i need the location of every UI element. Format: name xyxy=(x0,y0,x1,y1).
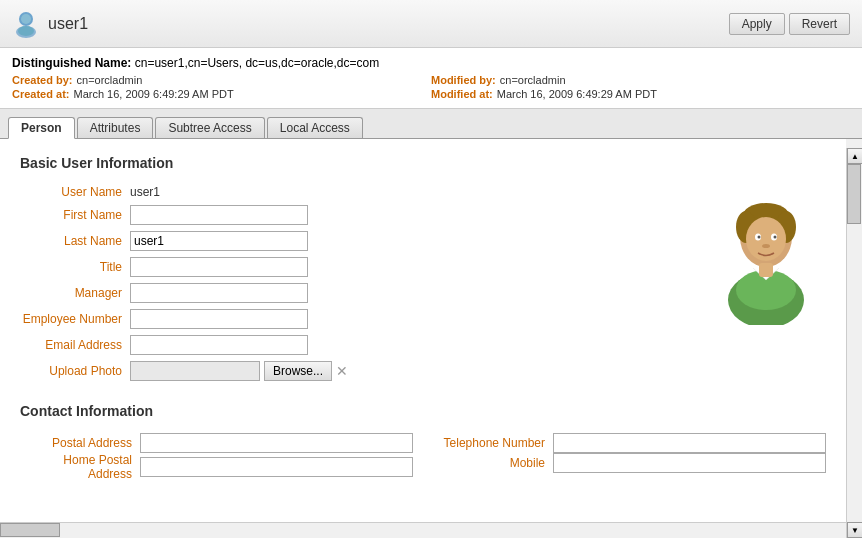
firstname-input[interactable] xyxy=(130,205,308,225)
info-section: Distinguished Name: cn=user1,cn=Users, d… xyxy=(0,48,862,109)
created-by: Created by: cn=orcladmin xyxy=(12,74,431,86)
dn-label: Distinguished Name: xyxy=(12,56,131,70)
svg-point-3 xyxy=(18,26,34,36)
contact-left: Postal Address Home Postal Address xyxy=(20,433,413,481)
tabs-bar: Person Attributes Subtree Access Local A… xyxy=(0,109,862,139)
email-input[interactable] xyxy=(130,335,308,355)
created-at-label: Created at: xyxy=(12,88,69,100)
mobile-row: Mobile xyxy=(433,453,826,473)
tab-attributes[interactable]: Attributes xyxy=(77,117,154,138)
modified-by-value: cn=orcladmin xyxy=(500,74,566,86)
header-left: user1 xyxy=(12,10,88,38)
telephone-row: Telephone Number xyxy=(433,433,826,453)
created-by-value: cn=orcladmin xyxy=(77,74,143,86)
created-at: Created at: March 16, 2009 6:49:29 AM PD… xyxy=(12,88,431,100)
scroll-down-arrow[interactable]: ▼ xyxy=(847,522,862,538)
svg-rect-16 xyxy=(759,263,773,277)
header: user1 Apply Revert xyxy=(0,0,862,48)
manager-input[interactable] xyxy=(130,283,308,303)
form-area: User Name user1 First Name Last Name xyxy=(20,185,826,387)
firstname-label: First Name xyxy=(20,208,130,222)
upload-field xyxy=(130,361,260,381)
employee-number-label: Employee Number xyxy=(20,312,130,326)
contact-title: Contact Information xyxy=(20,403,826,419)
scroll-up-arrow[interactable]: ▲ xyxy=(847,148,862,164)
main-content: Basic User Information User Name user1 F… xyxy=(0,139,846,529)
home-postal-label: Home Postal Address xyxy=(20,453,140,481)
form-row-manager: Manager xyxy=(20,283,686,303)
title-input[interactable] xyxy=(130,257,308,277)
contact-form: Postal Address Home Postal Address Telep… xyxy=(20,433,826,481)
lastname-label: Last Name xyxy=(20,234,130,248)
modified-at-value: March 16, 2009 6:49:29 AM PDT xyxy=(497,88,657,100)
dn-value: cn=user1,cn=Users, dc=us,dc=oracle,dc=co… xyxy=(135,56,379,70)
created-at-value: March 16, 2009 6:49:29 AM PDT xyxy=(73,88,233,100)
page-wrapper: user1 Apply Revert Distinguished Name: c… xyxy=(0,0,862,538)
content-inner: Basic User Information User Name user1 F… xyxy=(0,139,846,493)
username-label: User Name xyxy=(20,185,130,199)
horizontal-scroll-thumb[interactable] xyxy=(0,523,60,537)
avatar-icon xyxy=(711,195,821,325)
created-by-label: Created by: xyxy=(12,74,73,86)
contact-section: Contact Information Postal Address Home … xyxy=(20,403,826,481)
postal-address-label: Postal Address xyxy=(20,436,140,450)
upload-row: Browse... ✕ xyxy=(130,361,348,381)
username-value: user1 xyxy=(130,185,160,199)
right-scrollbar[interactable]: ▲ ▼ xyxy=(846,148,862,538)
title-label: Title xyxy=(20,260,130,274)
form-row-upload-photo: Upload Photo Browse... ✕ xyxy=(20,361,686,381)
form-row-email: Email Address xyxy=(20,335,686,355)
lastname-input[interactable] xyxy=(130,231,308,251)
tab-person[interactable]: Person xyxy=(8,117,75,139)
page-title: user1 xyxy=(48,15,88,33)
basic-info-title: Basic User Information xyxy=(20,155,826,171)
avatar-area xyxy=(706,185,826,387)
svg-point-12 xyxy=(774,236,777,239)
modified-by-label: Modified by: xyxy=(431,74,496,86)
form-row-lastname: Last Name xyxy=(20,231,686,251)
apply-button[interactable]: Apply xyxy=(729,13,785,35)
user-header-icon xyxy=(12,10,40,38)
modified-at: Modified at: March 16, 2009 6:49:29 AM P… xyxy=(431,88,850,100)
svg-point-2 xyxy=(21,14,31,24)
manager-label: Manager xyxy=(20,286,130,300)
postal-address-input[interactable] xyxy=(140,433,413,453)
bottom-scrollbar[interactable] xyxy=(0,522,846,538)
modified-by: Modified by: cn=orcladmin xyxy=(431,74,850,86)
form-row-firstname: First Name xyxy=(20,205,686,225)
distinguished-name: Distinguished Name: cn=user1,cn=Users, d… xyxy=(12,56,850,70)
form-row-username: User Name user1 xyxy=(20,185,686,199)
form-fields: User Name user1 First Name Last Name xyxy=(20,185,686,387)
form-row-title: Title xyxy=(20,257,686,277)
postal-address-row: Postal Address xyxy=(20,433,413,453)
contact-right: Telephone Number Mobile xyxy=(433,433,826,481)
form-row-employee-number: Employee Number xyxy=(20,309,686,329)
browse-button[interactable]: Browse... xyxy=(264,361,332,381)
modified-at-label: Modified at: xyxy=(431,88,493,100)
email-label: Email Address xyxy=(20,338,130,352)
mobile-input[interactable] xyxy=(553,453,826,473)
svg-point-13 xyxy=(762,244,770,248)
delete-upload-icon[interactable]: ✕ xyxy=(336,363,348,379)
tab-local-access[interactable]: Local Access xyxy=(267,117,363,138)
mobile-label: Mobile xyxy=(433,456,553,470)
telephone-input[interactable] xyxy=(553,433,826,453)
meta-grid: Created by: cn=orcladmin Modified by: cn… xyxy=(12,74,850,100)
revert-button[interactable]: Revert xyxy=(789,13,850,35)
upload-photo-label: Upload Photo xyxy=(20,364,130,378)
svg-point-11 xyxy=(758,236,761,239)
employee-number-input[interactable] xyxy=(130,309,308,329)
header-buttons: Apply Revert xyxy=(729,13,850,35)
home-postal-row: Home Postal Address xyxy=(20,453,413,481)
svg-point-8 xyxy=(746,217,786,261)
tab-subtree-access[interactable]: Subtree Access xyxy=(155,117,264,138)
scroll-thumb[interactable] xyxy=(847,164,861,224)
telephone-label: Telephone Number xyxy=(433,436,553,450)
home-postal-input[interactable] xyxy=(140,457,413,477)
